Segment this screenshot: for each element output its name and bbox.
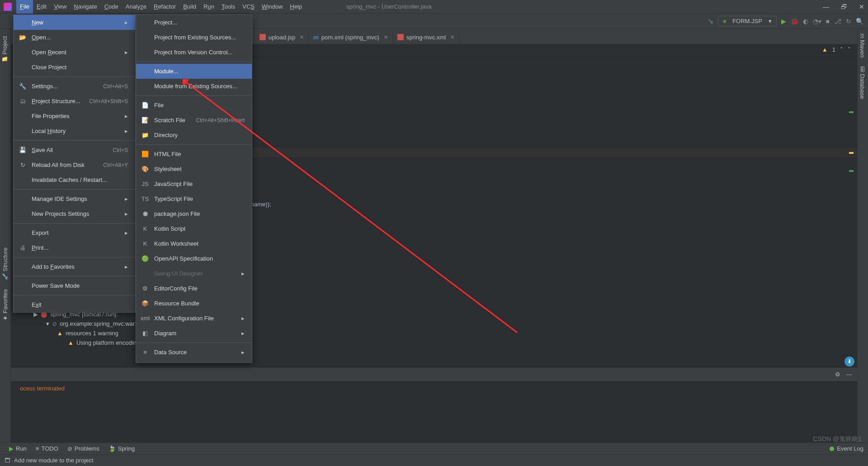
menu-refactor[interactable]: Refactor: [150, 0, 179, 14]
sidebar-database[interactable]: 🗄 Database: [858, 62, 867, 104]
html-icon: 🟧: [142, 151, 149, 158]
menu-item-project[interactable]: Project...: [136, 15, 252, 30]
menu-item-invalidate-caches-restart[interactable]: Invalidate Caches / Restart...: [14, 172, 135, 187]
menu-item-exit[interactable]: Exit: [14, 297, 135, 312]
pkg-icon: ⬢: [142, 210, 149, 218]
menu-item-new[interactable]: New▸: [14, 15, 135, 30]
chevron-down-icon: ▾: [769, 18, 772, 24]
git-icon[interactable]: ⎇: [834, 18, 841, 25]
maximize-button[interactable]: 🗗: [841, 3, 847, 10]
menu-item-editorconfig-file[interactable]: ⚙EditorConfig File: [136, 281, 252, 296]
minimize-button[interactable]: —: [823, 3, 829, 10]
coverage-icon[interactable]: ◐: [803, 18, 808, 25]
tab-pom-xml[interactable]: mpom.xml (spring_mvc)✕: [309, 30, 392, 44]
menu-item-xml-configuration-file[interactable]: xmlXML Configuration File▸: [136, 311, 252, 326]
menu-item-new-projects-settings[interactable]: New Projects Settings▸: [14, 206, 135, 221]
tab-problems[interactable]: ⊘Problems: [63, 445, 104, 452]
menu-help[interactable]: Help: [286, 0, 306, 14]
menu-item-open[interactable]: 📂Open...: [14, 30, 135, 45]
menu-item-export[interactable]: Export▸: [14, 225, 135, 240]
menu-navigate[interactable]: Navigate: [70, 0, 100, 14]
submenu-arrow-icon: ▸: [241, 270, 245, 277]
menu-item-project-structure[interactable]: 🗂Project Structure...Ctrl+Alt+Shift+S: [14, 94, 135, 109]
menu-item-directory[interactable]: 📁Directory: [136, 128, 252, 143]
menu-edit[interactable]: Edit: [33, 0, 50, 14]
debug-button[interactable]: 🐞: [791, 18, 798, 25]
menu-item-swing-ui-designer[interactable]: Swing UI Designer▸: [136, 266, 252, 281]
run-config-select[interactable]: ⎈ FORM.JSP ▾: [718, 16, 777, 26]
menu-code[interactable]: Code: [101, 0, 122, 14]
menu-window[interactable]: Window: [258, 0, 286, 14]
download-button[interactable]: ⬇: [844, 357, 854, 366]
menu-file[interactable]: File: [16, 0, 33, 14]
nav-up-icon[interactable]: ˄: [840, 46, 843, 53]
menu-item-package-json-file[interactable]: ⬢package.json File: [136, 206, 252, 221]
menu-item-module[interactable]: Module...: [136, 64, 252, 79]
menu-item-typescript-file[interactable]: TSTypeScript File: [136, 191, 252, 206]
bundle-icon: 📦: [142, 300, 149, 307]
menu-item-scratch-file[interactable]: 📝Scratch FileCtrl+Alt+Shift+Insert: [136, 113, 252, 128]
menu-item-javascript-file[interactable]: JSJavaScript File: [136, 176, 252, 191]
menu-item-file[interactable]: 📄File: [136, 98, 252, 113]
toolwindow-icon[interactable]: 🗔: [5, 457, 10, 464]
sidebar-maven[interactable]: m Maven: [858, 29, 867, 62]
menu-item-stylesheet[interactable]: 🎨Stylesheet: [136, 162, 252, 176]
menu-item-add-to-favorites[interactable]: Add to Favorites▸: [14, 259, 135, 274]
minimize-tool-icon[interactable]: —: [846, 371, 852, 378]
close-tab-icon[interactable]: ✕: [384, 34, 388, 40]
menu-item-kotlin-worksheet[interactable]: KKotlin Worksheet: [136, 236, 252, 251]
search-icon[interactable]: 🔍: [856, 18, 863, 25]
menu-item-settings[interactable]: 🔧Settings...Ctrl+Alt+S: [14, 79, 135, 94]
menu-item-close-project[interactable]: Close Project: [14, 60, 135, 75]
tab-spring[interactable]: 🍃Spring: [104, 445, 140, 452]
menu-item-module-from-existing-sources[interactable]: Module from Existing Sources...: [136, 79, 252, 94]
menu-item-kotlin-script[interactable]: KKotlin Script: [136, 221, 252, 236]
maven-icon: m: [313, 34, 319, 41]
tab-upload-jsp[interactable]: upload.jsp✕: [255, 30, 309, 44]
sidebar-structure[interactable]: 🔧 Structure: [2, 247, 9, 280]
tab-spring-xml[interactable]: spring-mvc.xml✕: [393, 30, 459, 44]
update-icon[interactable]: ↻: [846, 18, 851, 25]
build-icon[interactable]: ↘: [708, 17, 713, 25]
menu-build[interactable]: Build: [179, 0, 200, 14]
sidebar-favorites[interactable]: ★ Favorites: [2, 289, 9, 321]
bottom-tool-tabs: ▶Run ≡TODO ⊘Problems 🍃Spring Event Log: [0, 442, 868, 454]
menu-item-manage-ide-settings[interactable]: Manage IDE Settings▸: [14, 191, 135, 206]
close-tab-icon[interactable]: ✕: [450, 34, 454, 40]
file-icon: 📄: [142, 102, 149, 109]
menu-item-data-source[interactable]: ≡Data Source▸: [136, 345, 252, 360]
menu-item-diagram[interactable]: ◧Diagram▸: [136, 326, 252, 341]
menu-item-reload-all-from-disk[interactable]: ↻Reload All from DiskCtrl+Alt+Y: [14, 157, 135, 172]
run-button[interactable]: ▶: [781, 18, 786, 25]
event-log-button[interactable]: Event Log: [830, 445, 863, 452]
menu-item-project-from-existing-sources[interactable]: Project from Existing Sources...: [136, 30, 252, 45]
nav-down-icon[interactable]: ˅: [848, 46, 851, 53]
menu-item-project-from-version-control[interactable]: Project from Version Control...: [136, 45, 252, 60]
menu-item-html-file[interactable]: 🟧HTML File: [136, 147, 252, 162]
profile-icon[interactable]: ◔▾: [813, 18, 821, 25]
menu-item-save-all[interactable]: 💾Save AllCtrl+S: [14, 143, 135, 157]
warning-icon[interactable]: ▲: [822, 46, 828, 53]
menu-analyze[interactable]: Analyze: [122, 0, 150, 14]
menu-item-print[interactable]: 🖨Print...: [14, 240, 135, 255]
menu-vcs[interactable]: VCS: [239, 0, 258, 14]
menu-item-local-history[interactable]: Local History▸: [14, 124, 135, 138]
menu-item-open-recent[interactable]: Open Recent▸: [14, 45, 135, 60]
tab-run[interactable]: ▶Run: [5, 445, 31, 452]
sidebar-project[interactable]: 📁 Project: [0, 32, 9, 67]
xml-icon: [397, 34, 404, 40]
close-button[interactable]: ✕: [859, 3, 864, 10]
menu-item-file-properties[interactable]: File Properties▸: [14, 109, 135, 124]
menu-tools[interactable]: Tools: [218, 0, 239, 14]
menu-view[interactable]: View: [50, 0, 70, 14]
tab-todo[interactable]: ≡TODO: [31, 445, 63, 452]
gear-icon[interactable]: ⚙: [835, 371, 840, 378]
menu-item-power-save-mode[interactable]: Power Save Mode: [14, 278, 135, 293]
menu-run[interactable]: Run: [200, 0, 218, 14]
menu-item-ddl-data-source[interactable]: ≣DDL Data Source: [136, 360, 252, 363]
close-tab-icon[interactable]: ✕: [300, 34, 304, 40]
menu-item-openapi-specification[interactable]: 🟢OpenAPI Specification: [136, 251, 252, 266]
stop-button[interactable]: ■: [826, 18, 830, 25]
minimap[interactable]: [849, 84, 854, 292]
menu-item-resource-bundle[interactable]: 📦Resource Bundle: [136, 296, 252, 311]
